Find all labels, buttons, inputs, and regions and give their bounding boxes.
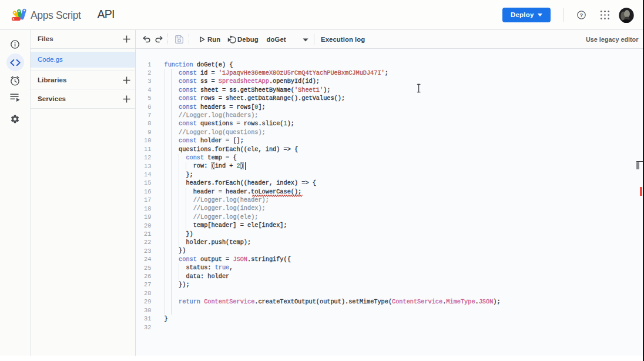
svg-text:?: ?	[580, 12, 583, 18]
